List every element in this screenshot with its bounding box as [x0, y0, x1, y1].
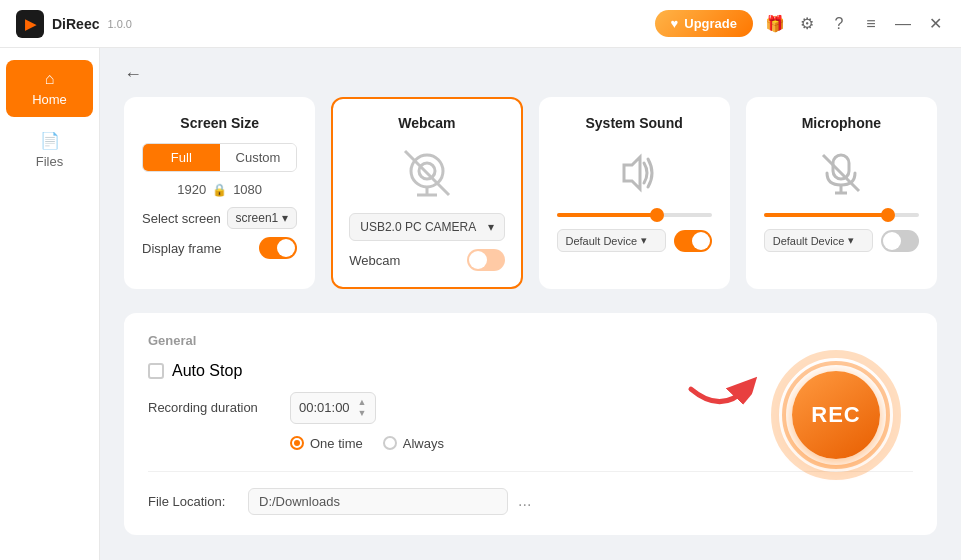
titlebar-right: ♥ Upgrade 🎁 ⚙ ? ≡ — ✕ — [655, 10, 945, 37]
general-title: General — [148, 333, 913, 348]
height-value: 1080 — [233, 182, 262, 197]
microphone-chevron-icon: ▾ — [848, 234, 854, 247]
main-layout: ⌂ Home 📄 Files ← Screen Size Full Custom… — [0, 48, 961, 560]
display-frame-toggle[interactable] — [259, 237, 297, 259]
app-name: DiReec — [52, 16, 99, 32]
auto-stop-checkbox[interactable] — [148, 363, 164, 379]
dimensions-row: 1920 🔒 1080 — [142, 182, 297, 197]
sidebar-item-label-home: Home — [32, 92, 67, 107]
system-sound-card: System Sound Default De — [539, 97, 730, 289]
rec-button[interactable]: REC — [792, 371, 880, 459]
more-options-button[interactable]: ... — [518, 492, 531, 510]
microphone-slider-row — [764, 213, 919, 217]
minimize-icon[interactable]: — — [893, 15, 913, 33]
rec-label: REC — [811, 402, 860, 428]
sidebar-item-label-files: Files — [36, 154, 63, 169]
system-sound-device-dropdown[interactable]: Default Device ▾ — [557, 229, 666, 252]
select-screen-label: Select screen — [142, 211, 221, 226]
home-icon: ⌂ — [45, 70, 55, 88]
radio-one-time-btn[interactable] — [290, 436, 304, 450]
microphone-title: Microphone — [764, 115, 919, 131]
lock-icon: 🔒 — [212, 183, 227, 197]
system-sound-title: System Sound — [557, 115, 712, 131]
microphone-card: Microphone — [746, 97, 937, 289]
screen-size-card: Screen Size Full Custom 1920 🔒 1080 Sele… — [124, 97, 315, 289]
system-sound-chevron-icon: ▾ — [641, 234, 647, 247]
upgrade-heart-icon: ♥ — [671, 16, 679, 31]
radio-always[interactable]: Always — [383, 436, 444, 451]
microphone-device-value: Default Device — [773, 235, 845, 247]
screen-select-row: Select screen screen1 ▾ — [142, 207, 297, 229]
system-sound-slider-row — [557, 213, 712, 217]
file-location-label: File Location: — [148, 494, 238, 509]
microphone-device-dropdown[interactable]: Default Device ▾ — [764, 229, 873, 252]
cards-row: Screen Size Full Custom 1920 🔒 1080 Sele… — [124, 97, 937, 289]
microphone-slider-track[interactable] — [764, 213, 919, 217]
help-icon[interactable]: ? — [829, 15, 849, 33]
screen-size-title: Screen Size — [142, 115, 297, 131]
webcam-toggle-row: Webcam — [349, 249, 504, 271]
settings-wheel-icon[interactable]: ⚙ — [797, 14, 817, 33]
app-version: 1.0.0 — [107, 18, 131, 30]
titlebar: ▶ DiReec 1.0.0 ♥ Upgrade 🎁 ⚙ ? ≡ — ✕ — [0, 0, 961, 48]
full-button[interactable]: Full — [143, 144, 220, 171]
sidebar: ⌂ Home 📄 Files — [0, 48, 100, 560]
display-frame-row: Display frame — [142, 237, 297, 259]
radio-one-time-label: One time — [310, 436, 363, 451]
webcam-icon — [397, 143, 457, 203]
webcam-toggle[interactable] — [467, 249, 505, 271]
app-icon: ▶ — [16, 10, 44, 38]
radio-always-label: Always — [403, 436, 444, 451]
microphone-icon — [813, 145, 869, 201]
chevron-down-icon: ▾ — [282, 211, 288, 225]
speaker-icon — [606, 145, 662, 201]
system-sound-slider-fill — [557, 213, 658, 217]
back-button[interactable]: ← — [124, 64, 142, 85]
webcam-icon-area — [349, 143, 504, 203]
sidebar-item-files[interactable]: 📄 Files — [6, 121, 93, 179]
size-toggle-group: Full Custom — [142, 143, 297, 172]
microphone-device-row: Default Device ▾ — [764, 229, 919, 252]
screen-select-dropdown[interactable]: screen1 ▾ — [227, 207, 298, 229]
files-icon: 📄 — [40, 131, 60, 150]
custom-button[interactable]: Custom — [220, 144, 297, 171]
system-sound-toggle[interactable] — [674, 230, 712, 252]
duration-input[interactable]: 00:01:00 ▲ ▼ — [290, 392, 376, 424]
webcam-device-dropdown[interactable]: USB2.0 PC CAMERA ▾ — [349, 213, 504, 241]
radio-one-time[interactable]: One time — [290, 436, 363, 451]
content-area: ← Screen Size Full Custom 1920 🔒 1080 Se… — [100, 48, 961, 560]
system-sound-device-value: Default Device — [566, 235, 638, 247]
microphone-icon-area — [764, 143, 919, 203]
webcam-device-value: USB2.0 PC CAMERA — [360, 220, 476, 234]
gift-icon[interactable]: 🎁 — [765, 14, 785, 33]
radio-always-btn[interactable] — [383, 436, 397, 450]
width-value: 1920 — [177, 182, 206, 197]
system-sound-icon-area — [557, 143, 712, 203]
system-sound-device-row: Default Device ▾ — [557, 229, 712, 252]
titlebar-left: ▶ DiReec 1.0.0 — [16, 10, 132, 38]
microphone-toggle[interactable] — [881, 230, 919, 252]
arrow-up-icon[interactable]: ▲ — [358, 397, 367, 408]
duration-arrows[interactable]: ▲ ▼ — [358, 397, 367, 419]
webcam-chevron-icon: ▾ — [488, 220, 494, 234]
rec-ring-inner: REC — [782, 361, 890, 469]
rec-ring: REC — [771, 350, 901, 480]
file-location-input[interactable] — [248, 488, 508, 515]
close-icon[interactable]: ✕ — [925, 14, 945, 33]
duration-value: 00:01:00 — [299, 400, 350, 415]
screen-select-value: screen1 — [236, 211, 279, 225]
arrow-down-icon[interactable]: ▼ — [358, 408, 367, 419]
sidebar-item-home[interactable]: ⌂ Home — [6, 60, 93, 117]
hamburger-icon[interactable]: ≡ — [861, 15, 881, 33]
microphone-slider-thumb[interactable] — [881, 208, 895, 222]
auto-stop-label: Auto Stop — [172, 362, 242, 380]
rec-button-area: REC — [771, 350, 901, 480]
upgrade-button[interactable]: ♥ Upgrade — [655, 10, 753, 37]
display-frame-label: Display frame — [142, 241, 221, 256]
webcam-card: Webcam USB2.0 PC CAMERA ▾ — [331, 97, 522, 289]
system-sound-slider-thumb[interactable] — [650, 208, 664, 222]
webcam-label: Webcam — [349, 253, 400, 268]
microphone-slider-fill — [764, 213, 888, 217]
recording-duration-label: Recording duration — [148, 400, 278, 415]
system-sound-slider-track[interactable] — [557, 213, 712, 217]
